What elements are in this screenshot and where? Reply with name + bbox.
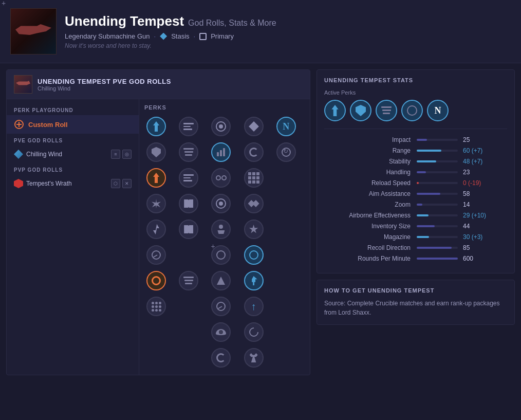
header-meta: Legendary Submachine Gun · Stasis · Prim… bbox=[65, 32, 511, 40]
perk-cell-r2c4[interactable] bbox=[242, 140, 266, 164]
perk-cell-r7c3[interactable] bbox=[209, 269, 233, 293]
perk-cell-r6c4[interactable] bbox=[242, 243, 266, 267]
pvp-action-2[interactable]: ✕ bbox=[122, 179, 132, 188]
perk-cell-r6c2 bbox=[177, 243, 200, 267]
stat-impact-bar bbox=[417, 139, 458, 141]
perk-cell-r10c3[interactable] bbox=[209, 346, 233, 370]
pve-label: PVE GOD ROLLS bbox=[7, 134, 139, 145]
perk-cell-r3c2[interactable] bbox=[177, 166, 200, 190]
perks-grid: N bbox=[144, 115, 305, 370]
stat-stability-value: 48 (+7) bbox=[463, 158, 494, 165]
perk-cell-r5c1[interactable] bbox=[144, 217, 168, 241]
pve-action-1[interactable]: ≡ bbox=[111, 150, 120, 159]
stat-stability-bar bbox=[417, 160, 458, 162]
perk-cell-r6c1[interactable] bbox=[144, 243, 168, 267]
stat-airborne-name: Airborne Effectiveness bbox=[324, 212, 417, 219]
active-perk-3[interactable] bbox=[376, 100, 397, 121]
pvp-label: PVP GOD ROLLS bbox=[7, 163, 139, 175]
active-perks-label: Active Perks bbox=[324, 89, 507, 96]
perk-cell-r1c1[interactable] bbox=[144, 115, 168, 138]
stat-stability: Stability 48 (+7) bbox=[324, 158, 507, 165]
perk-cell-r7c4[interactable] bbox=[242, 269, 266, 293]
panel-weapon-mini bbox=[16, 81, 30, 88]
perk-cell-r8c1[interactable] bbox=[144, 295, 168, 318]
stat-airborne-value: 29 (+10) bbox=[463, 212, 494, 219]
perk-cell-r3c4[interactable] bbox=[242, 166, 266, 190]
pve-action-2[interactable]: ◎ bbox=[122, 150, 132, 159]
how-to-title: HOW TO GET UNENDING TEMPEST bbox=[324, 287, 507, 294]
perk-cell-r2c2[interactable] bbox=[177, 140, 200, 164]
stat-recoil-bar bbox=[417, 247, 458, 249]
perk-cell-r4c5 bbox=[274, 192, 298, 215]
perk-cell-r5c3[interactable] bbox=[209, 217, 233, 241]
perk-cell-r2c3[interactable] bbox=[209, 140, 233, 164]
perk-cell-r9c3[interactable] bbox=[209, 320, 233, 344]
perk-cell-r3c3[interactable] bbox=[209, 166, 233, 190]
pvp-roll-item[interactable]: Tempest's Wrath ⬡ ✕ bbox=[7, 175, 139, 192]
left-panel: UNENDING TEMPEST PVE GOD ROLLS Chilling … bbox=[6, 69, 310, 375]
perk-cell-r9c1 bbox=[144, 320, 168, 344]
stat-inventory-bar bbox=[417, 225, 458, 227]
perk-cell-r1c4[interactable] bbox=[242, 115, 266, 138]
stat-stability-name: Stability bbox=[324, 158, 417, 165]
stat-inventory-value: 44 bbox=[463, 223, 494, 230]
perk-cell-r6c3[interactable] bbox=[209, 243, 233, 267]
perk-cell-r8c3[interactable] bbox=[209, 295, 233, 318]
perk-cell-r9c4[interactable] bbox=[242, 320, 266, 344]
stat-range-name: Range bbox=[324, 147, 417, 154]
weapon-type: Legendary Submachine Gun bbox=[65, 32, 150, 40]
stat-inventory-name: Inventory Size bbox=[324, 223, 417, 230]
panel-header: UNENDING TEMPEST PVE GOD ROLLS Chilling … bbox=[7, 70, 310, 99]
perk-cell-r3c1[interactable] bbox=[144, 166, 168, 190]
perk-cell-r2c1[interactable] bbox=[144, 140, 168, 164]
stat-handling: Handling 23 bbox=[324, 169, 507, 176]
weapon-silhouette bbox=[15, 23, 51, 41]
active-perk-1[interactable] bbox=[324, 100, 346, 121]
perk-cell-r5c4[interactable] bbox=[242, 217, 266, 241]
perk-cell-r4c4[interactable] bbox=[242, 192, 266, 215]
active-perk-5[interactable]: N bbox=[427, 100, 449, 121]
stat-magazine-value: 30 (+3) bbox=[463, 233, 494, 241]
perk-cell-r5c2[interactable] bbox=[177, 217, 200, 241]
perk-cell-r4c3[interactable] bbox=[209, 192, 233, 215]
weapon-subtitle: God Rolls, Stats & More bbox=[188, 19, 276, 28]
dot1: · bbox=[154, 32, 156, 40]
stat-recoil: Recoil Direction 85 bbox=[324, 244, 507, 251]
stat-handling-value: 23 bbox=[463, 169, 494, 176]
perk-cell-r9c2 bbox=[177, 320, 200, 344]
perk-cell-r7c2[interactable] bbox=[177, 269, 200, 293]
pvp-action-1[interactable]: ⬡ bbox=[111, 179, 120, 188]
perk-cell-r7c1[interactable] bbox=[144, 269, 168, 293]
how-to-text: Source: Complete Crucible matches and ea… bbox=[324, 299, 507, 317]
panel-subtitle: Chilling Wind bbox=[38, 85, 171, 92]
stats-panel: UNENDING TEMPEST STATS Active Perks N Im… bbox=[317, 69, 515, 273]
right-panel: UNENDING TEMPEST STATS Active Perks N Im… bbox=[317, 69, 515, 375]
stats-panel-title: UNENDING TEMPEST STATS bbox=[324, 77, 507, 83]
custom-roll-item[interactable]: Custom Roll bbox=[7, 115, 139, 134]
perk-cell-r8c4[interactable]: ↑ bbox=[242, 295, 266, 318]
stat-rpm-value: 600 bbox=[463, 255, 494, 262]
perk-cell-r6c5 bbox=[274, 243, 298, 267]
weapon-icon-box bbox=[10, 8, 57, 54]
perk-cell-r1c5[interactable]: N bbox=[274, 115, 298, 138]
stat-handling-bar bbox=[417, 171, 458, 173]
active-perk-2[interactable] bbox=[350, 100, 371, 121]
stat-range: Range 60 (+7) bbox=[324, 147, 507, 154]
active-perk-4[interactable] bbox=[401, 100, 423, 121]
perk-cell-r10c4[interactable] bbox=[242, 346, 266, 370]
stat-range-bar bbox=[417, 150, 458, 152]
perk-cell-r4c2[interactable] bbox=[177, 192, 200, 215]
pvp-action-icons: ⬡ ✕ bbox=[111, 179, 132, 188]
perk-cell-r4c1[interactable] bbox=[144, 192, 168, 215]
stat-reload-bar bbox=[417, 182, 458, 184]
perk-cell-r2c5[interactable] bbox=[274, 140, 298, 164]
pve-roll-item[interactable]: Chilling Wind ≡ ◎ bbox=[7, 145, 139, 163]
perk-playground-label: PERK PLAYGROUND bbox=[7, 103, 139, 115]
stat-aim-name: Aim Assistance bbox=[324, 190, 417, 197]
stat-magazine-bar bbox=[417, 236, 458, 238]
perk-cell-r1c2[interactable] bbox=[177, 115, 200, 138]
stat-recoil-name: Recoil Direction bbox=[324, 244, 417, 251]
stat-magazine-name: Magazine bbox=[324, 233, 417, 241]
stat-recoil-value: 85 bbox=[463, 244, 494, 251]
perk-cell-r1c3[interactable] bbox=[209, 115, 233, 138]
